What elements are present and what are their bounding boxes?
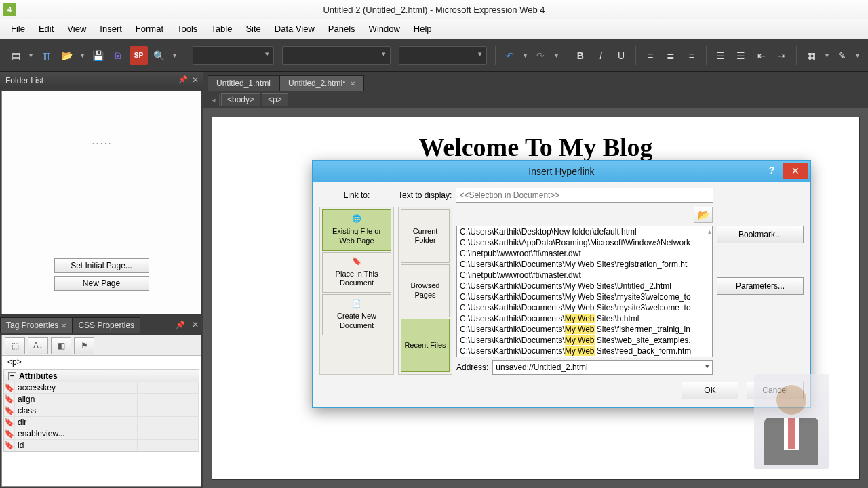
attr-value[interactable] — [138, 440, 199, 451]
list-item[interactable]: C:\inetpub\wwwroot\fti\master.dwt — [457, 248, 712, 259]
superpreview-icon[interactable]: SP — [130, 46, 147, 65]
menu-data-view[interactable]: Data View — [268, 21, 321, 37]
attr-value[interactable] — [138, 417, 199, 428]
dropdown-icon[interactable]: ▾ — [79, 52, 86, 59]
tab-tag-properties[interactable]: Tag Properties✕ — [0, 317, 73, 333]
scroll-up-icon[interactable]: ▴ — [708, 228, 711, 235]
close-icon[interactable]: ✕ — [350, 80, 355, 87]
dropdown-icon[interactable]: ▾ — [854, 52, 861, 59]
align-center-icon[interactable]: ≣ — [662, 46, 679, 65]
underline-icon[interactable]: U — [612, 46, 630, 65]
menu-insert[interactable]: Insert — [93, 21, 129, 37]
attr-name[interactable]: align — [15, 394, 138, 405]
pin-icon[interactable]: 📌 — [173, 321, 188, 329]
attr-value[interactable] — [138, 405, 199, 417]
dropdown-icon[interactable]: ▾ — [823, 52, 830, 59]
style-combo[interactable] — [193, 46, 274, 65]
show-set-icon[interactable]: ◧ — [51, 337, 71, 354]
font-family-combo[interactable] — [282, 46, 391, 65]
font-size-combo[interactable] — [399, 46, 487, 65]
attributes-section-header[interactable]: − Attributes — [4, 370, 199, 382]
menu-panels[interactable]: Panels — [321, 21, 362, 37]
address-combo[interactable]: unsaved://Untitled_2.html — [492, 360, 713, 375]
text-to-display-input[interactable] — [456, 188, 713, 203]
menu-help[interactable]: Help — [407, 21, 439, 37]
pin-icon[interactable]: 📌 — [178, 75, 188, 84]
breadcrumb-p[interactable]: <p> — [262, 93, 288, 106]
indent-icon[interactable]: ⇥ — [773, 46, 791, 65]
list-num-icon[interactable]: ☰ — [712, 46, 730, 65]
menu-tools[interactable]: Tools — [170, 21, 204, 37]
help-icon[interactable]: ? — [763, 165, 781, 178]
new-file-icon[interactable]: ▤ — [7, 46, 24, 65]
dropdown-icon[interactable]: ▾ — [27, 52, 35, 59]
save-icon[interactable]: 💾 — [89, 46, 106, 65]
new-page-button[interactable]: New Page — [54, 276, 149, 291]
open-icon[interactable]: 📂 — [58, 46, 76, 65]
parameters-button[interactable]: Parameters... — [717, 277, 804, 295]
list-item[interactable]: C:\Users\Karthik\Documents\My Web Sites\… — [457, 291, 712, 302]
tab-css-properties[interactable]: CSS Properties — [72, 317, 140, 333]
collapse-icon[interactable]: − — [8, 372, 16, 380]
list-item[interactable]: C:\Users\Karthik\AppData\Roaming\Microso… — [457, 237, 712, 248]
menu-view[interactable]: View — [60, 21, 93, 37]
list-bullet-icon[interactable]: ☰ — [732, 46, 750, 65]
close-icon[interactable]: ✕ — [61, 322, 66, 329]
ok-button[interactable]: OK — [682, 382, 738, 399]
redo-icon[interactable]: ↷ — [532, 46, 549, 65]
dialog-title-bar[interactable]: Insert Hyperlink ? ✕ — [313, 161, 810, 182]
save-all-icon[interactable]: 🗎 — [109, 46, 127, 65]
list-item[interactable]: C:\Users\Karthik\Documents\My Web Sites\… — [457, 313, 712, 324]
snippet-icon[interactable]: ✎ — [833, 46, 851, 65]
set-initial-page-button[interactable]: Set Initial Page... — [54, 258, 149, 273]
sort-alpha-icon[interactable]: A↓ — [28, 337, 48, 354]
breadcrumb-prev-icon[interactable]: ◂ — [208, 94, 220, 106]
breadcrumb-body[interactable]: <body> — [221, 93, 260, 106]
list-item[interactable]: C:\Users\Karthik\Documents\My Web Sites\… — [457, 302, 712, 313]
menu-file[interactable]: File — [4, 21, 32, 37]
dropdown-icon[interactable]: ▾ — [552, 52, 559, 59]
close-icon[interactable]: ✕ — [188, 320, 203, 329]
file-list[interactable]: ▴ C:\Users\Karthik\Desktop\New folder\de… — [456, 226, 713, 357]
menu-table[interactable]: Table — [204, 21, 239, 37]
dropdown-icon[interactable]: ▾ — [521, 52, 529, 59]
close-icon[interactable]: ✕ — [192, 75, 199, 85]
events-icon[interactable]: ⚑ — [74, 337, 94, 354]
list-item[interactable]: C:\Users\Karthik\Desktop\New folder\defa… — [457, 226, 712, 237]
browse-folder-icon[interactable]: 📂 — [694, 207, 713, 223]
tab-untitled1[interactable]: Untitled_1.html — [208, 75, 279, 91]
linkto-place-in-document[interactable]: 🔖 Place in This Document — [322, 252, 391, 293]
list-item[interactable]: C:\Users\Karthik\Documents\My Web Sites\… — [457, 335, 712, 346]
menu-site[interactable]: Site — [239, 21, 267, 37]
current-folder-button[interactable]: Current Folder — [401, 209, 450, 263]
attr-value[interactable] — [138, 394, 199, 405]
outdent-icon[interactable]: ⇤ — [753, 46, 770, 65]
sort-category-icon[interactable]: ⬚ — [5, 337, 25, 354]
list-item[interactable]: C:\Users\Karthik\Documents\My Web Sites\… — [457, 324, 712, 335]
recent-files-button[interactable]: Recent Files — [401, 319, 450, 372]
tab-untitled2[interactable]: Untitled_2.html*✕ — [279, 75, 364, 91]
menu-window[interactable]: Window — [362, 21, 407, 37]
linkto-existing-file[interactable]: 🌐 Existing File or Web Page — [322, 209, 391, 251]
bookmark-button[interactable]: Bookmark... — [717, 226, 804, 243]
attr-value[interactable] — [138, 382, 199, 394]
attr-name[interactable]: accesskey — [15, 382, 138, 394]
attr-name[interactable]: dir — [15, 417, 138, 428]
align-left-icon[interactable]: ≡ — [642, 46, 659, 65]
undo-icon[interactable]: ↶ — [501, 46, 519, 65]
dropdown-icon[interactable]: ▾ — [171, 52, 178, 59]
close-icon[interactable]: ✕ — [783, 163, 808, 179]
linkto-create-new[interactable]: 📄 Create New Document — [322, 294, 391, 336]
new-site-icon[interactable]: ▥ — [37, 46, 55, 65]
list-item[interactable]: C:\Users\Karthik\Documents\My Web Sites\… — [457, 346, 712, 357]
menu-edit[interactable]: Edit — [32, 21, 60, 37]
list-item[interactable]: C:\Users\Karthik\Documents\My Web Sites\… — [457, 281, 712, 291]
menu-format[interactable]: Format — [129, 21, 170, 37]
attr-name[interactable]: enableview... — [15, 428, 138, 440]
bold-icon[interactable]: B — [572, 46, 589, 65]
table-icon[interactable]: ▦ — [802, 46, 820, 65]
list-item[interactable]: C:\Users\Karthik\Documents\My Web Sites\… — [457, 259, 712, 270]
list-item[interactable]: C:\inetpub\wwwroot\fti\master.dwt — [457, 270, 712, 281]
attr-name[interactable]: class — [15, 405, 138, 417]
align-right-icon[interactable]: ≡ — [682, 46, 700, 65]
